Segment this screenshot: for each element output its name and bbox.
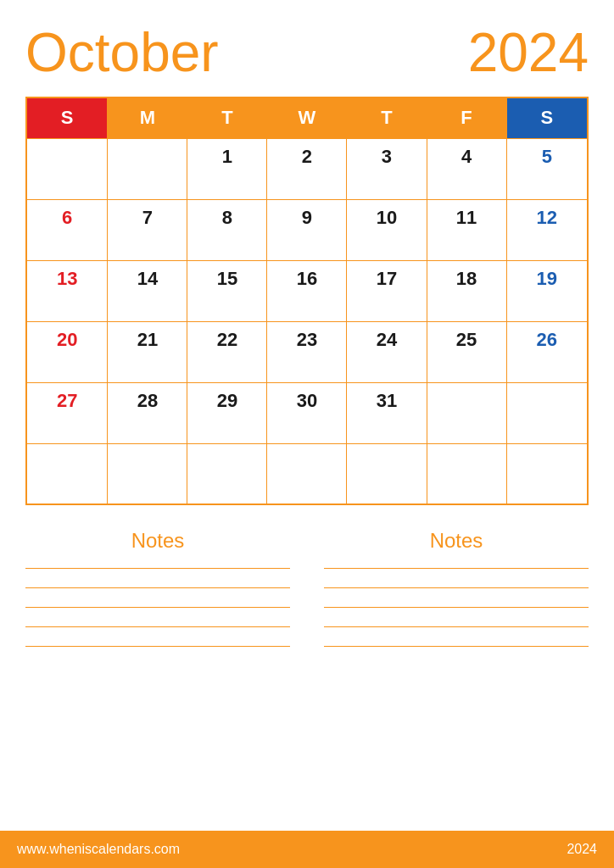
calendar-day: 24 [347,321,427,382]
calendar-day: 19 [506,260,588,321]
header-saturday: S [506,97,588,138]
calendar-day: 7 [108,199,187,260]
header-friday: F [427,97,506,138]
calendar-day: 26 [506,321,588,382]
calendar-week-row: 2728293031 [26,382,588,443]
calendar-day: 18 [427,260,506,321]
footer-year: 2024 [567,842,597,857]
calendar-day [427,443,506,504]
calendar-day: 27 [26,382,108,443]
notes-line [324,626,589,627]
calendar-day: 28 [108,382,187,443]
calendar-day: 8 [187,199,267,260]
footer: www.wheniscalendars.com 2024 [0,831,614,868]
calendar-day: 21 [108,321,187,382]
notes-line [25,626,290,627]
calendar-day [26,138,108,199]
calendar-day: 16 [267,260,347,321]
calendar-day: 10 [347,199,427,260]
calendar-header: S M T W T F S [26,97,588,138]
notes-line [324,568,589,569]
calendar-day [108,138,187,199]
notes-line [25,607,290,608]
header-thursday: T [347,97,427,138]
notes-line [25,587,290,588]
notes-right-lines [324,568,589,647]
notes-left-lines [25,568,290,647]
calendar-day: 11 [427,199,506,260]
calendar-day [187,443,267,504]
days-header-row: S M T W T F S [26,97,588,138]
calendar-week-row [26,443,588,504]
notes-line [324,587,589,588]
notes-line [25,646,290,647]
calendar-day: 29 [187,382,267,443]
calendar-day: 22 [187,321,267,382]
notes-left-label: Notes [25,529,290,553]
calendar-day: 9 [267,199,347,260]
calendar-day [108,443,187,504]
calendar-day: 31 [347,382,427,443]
calendar-week-row: 6789101112 [26,199,588,260]
calendar-day: 30 [267,382,347,443]
notes-left: Notes [25,529,290,822]
calendar-table: S M T W T F S 12345678910111213141516171… [25,97,589,505]
calendar-day: 2 [267,138,347,199]
notes-line [324,646,589,647]
calendar-day: 17 [347,260,427,321]
calendar-day: 15 [187,260,267,321]
header-wednesday: W [267,97,347,138]
year-title: 2024 [468,25,589,80]
calendar-week-row: 13141516171819 [26,260,588,321]
calendar-day: 14 [108,260,187,321]
header-monday: M [108,97,187,138]
calendar-day: 3 [347,138,427,199]
calendar-day: 20 [26,321,108,382]
footer-url: www.wheniscalendars.com [17,842,180,857]
calendar-day [26,443,108,504]
notes-right-label: Notes [324,529,589,553]
notes-line [324,607,589,608]
notes-right: Notes [324,529,589,822]
page: October 2024 S M T W T F S 1234567891011… [0,0,614,868]
notes-line [25,568,290,569]
calendar-day [506,443,588,504]
calendar-day [506,382,588,443]
calendar-day: 1 [187,138,267,199]
calendar-body: 1234567891011121314151617181920212223242… [26,138,588,504]
header: October 2024 [25,25,589,80]
calendar-day: 6 [26,199,108,260]
calendar-week-row: 20212223242526 [26,321,588,382]
calendar-day: 12 [506,199,588,260]
calendar-day: 5 [506,138,588,199]
calendar-day [427,382,506,443]
calendar-day: 4 [427,138,506,199]
calendar-day: 23 [267,321,347,382]
calendar-day: 25 [427,321,506,382]
header-tuesday: T [187,97,267,138]
calendar-week-row: 12345 [26,138,588,199]
notes-section: Notes Notes [25,529,589,831]
header-sunday: S [26,97,108,138]
calendar-day: 13 [26,260,108,321]
month-title: October [25,25,219,80]
calendar-day [267,443,347,504]
calendar-day [347,443,427,504]
